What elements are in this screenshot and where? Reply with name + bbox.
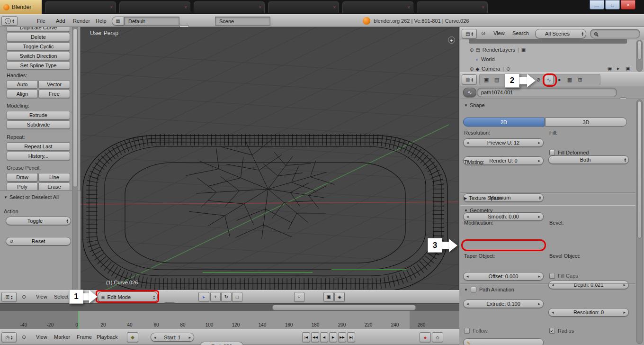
taper-object-dropdown[interactable]: ∿	[463, 338, 544, 345]
background-tab[interactable]: ×	[119, 1, 190, 13]
play-reverse-button[interactable]: ◀	[320, 332, 328, 342]
preview-range-button[interactable]: ◆	[127, 332, 138, 342]
tab-object-data[interactable]: ∿	[544, 75, 554, 84]
properties-scrollbar-thumb[interactable]	[637, 101, 642, 238]
checkbox-icon[interactable]	[549, 150, 555, 155]
tab-physics[interactable]: ⊞	[575, 75, 585, 84]
manipulator-rotate-button[interactable]: ↻	[221, 292, 232, 302]
outliner-row-camera[interactable]: ⊕ ◆ Camera | ⊙	[470, 64, 631, 72]
frame-end-field[interactable]: End: 250	[200, 342, 243, 345]
follow-checkbox[interactable]: Follow	[464, 328, 488, 334]
outliner-menu-search[interactable]: Search	[512, 30, 529, 36]
background-tab[interactable]: ×	[268, 1, 339, 13]
snap-magnet-button[interactable]: ∩	[294, 292, 304, 302]
expand-icon[interactable]: ⊕	[470, 66, 474, 72]
bevel-depth-field[interactable]: Depth: 0.021	[548, 281, 629, 289]
editor-type-info-button[interactable]	[1, 16, 18, 26]
select-deselect-panel-header[interactable]: ▼Select or Deselect All	[4, 194, 59, 200]
tab-close-icon[interactable]: ×	[407, 5, 410, 10]
properties-scrollbar[interactable]	[636, 100, 643, 344]
action-dropdown[interactable]: Toggle	[6, 217, 71, 225]
renderable-camera-icon[interactable]: ▣	[626, 65, 630, 72]
tab-close-icon[interactable]: ×	[110, 5, 113, 10]
checkbox-icon[interactable]	[549, 273, 555, 279]
opengl-render-anim-button[interactable]: ◈	[334, 292, 345, 302]
tool-switch-direction-button[interactable]: Switch Direction	[7, 52, 70, 60]
background-tab[interactable]: ×	[342, 1, 413, 13]
outliner-selected-row-partial[interactable]	[469, 39, 627, 44]
mode-dropdown[interactable]: ▣ Edit Mode	[98, 291, 158, 302]
shape-3d-button[interactable]: 3D	[545, 118, 627, 127]
handle-vector-button[interactable]: Vector	[38, 80, 70, 89]
manipulator-translate-button[interactable]: +	[210, 292, 221, 302]
curve-data-browse-button[interactable]: ∿	[463, 88, 476, 97]
tab-render-layers[interactable]: ▤	[492, 75, 501, 84]
region-expand-icon[interactable]: +	[448, 36, 455, 44]
handle-align-button[interactable]: Align	[7, 90, 38, 98]
tab-render[interactable]: ▣	[482, 75, 491, 84]
background-tab[interactable]: ×	[194, 1, 265, 13]
checkbox-icon[interactable]	[464, 328, 470, 334]
scene-name-field[interactable]: Scene	[215, 17, 270, 26]
jump-to-start-button[interactable]: |◀	[302, 332, 310, 342]
outliner-item-label[interactable]: World	[481, 56, 495, 62]
editor-type-outliner-button[interactable]: ▤	[462, 29, 477, 38]
screen-layout-name-field[interactable]: Default	[124, 17, 179, 26]
play-button[interactable]: ▶	[329, 332, 337, 342]
selectable-arrow-icon[interactable]: ▸	[617, 65, 620, 72]
shape-panel-header[interactable]: ▼Shape	[464, 102, 485, 108]
reset-button[interactable]: ↺Reset	[6, 237, 71, 245]
active-app-tab[interactable]: Blender	[0, 0, 42, 14]
prev-keyframe-button[interactable]: ◀◀	[311, 332, 319, 342]
tab-close-icon[interactable]: ×	[333, 5, 336, 10]
menu-render[interactable]: Render	[73, 18, 90, 24]
handle-auto-button[interactable]: Auto	[7, 80, 38, 89]
expand-icon[interactable]: ⊕	[470, 47, 474, 53]
handle-free-button[interactable]: Free	[38, 90, 70, 98]
outliner-search-field[interactable]	[590, 29, 640, 38]
tab-texture[interactable]: ▦	[565, 75, 574, 84]
outliner-item-label[interactable]: RenderLayers	[483, 47, 515, 53]
opengl-render-button[interactable]: ▣	[323, 292, 334, 302]
collapse-menus-icon[interactable]: ⊙	[22, 334, 26, 340]
timeline-menu-playback[interactable]: Playback	[97, 334, 118, 340]
collapse-menus-icon[interactable]: ⊙	[481, 30, 485, 36]
checkbox-checked-icon[interactable]	[549, 328, 555, 334]
outliner-item-label[interactable]: Camera	[482, 66, 500, 72]
tool-extrude-button[interactable]: Extrude	[7, 111, 70, 119]
frame-start-field[interactable]: Start: 1	[151, 333, 194, 342]
fill-deformed-checkbox[interactable]: Fill Deformed	[549, 150, 589, 155]
editor-type-properties-button[interactable]: ▥	[462, 74, 477, 84]
fill-caps-checkbox[interactable]: Fill Caps	[549, 273, 578, 279]
minimize-button[interactable]: —	[590, 0, 604, 9]
preview-u-field[interactable]: Preview U: 12	[463, 138, 544, 147]
tool-delete-button[interactable]: Delete	[7, 33, 70, 41]
radius-checkbox[interactable]: Radius	[549, 328, 574, 334]
background-tab[interactable]: ×	[45, 1, 116, 13]
tool-history-button[interactable]: History...	[7, 152, 70, 160]
path-animation-panel-header[interactable]: ▼Path Animation	[464, 287, 514, 292]
tab-material[interactable]: ●	[555, 75, 564, 84]
outliner-menu-view[interactable]: View	[493, 30, 505, 36]
tool-toggle-cyclic-button[interactable]: Toggle Cyclic	[7, 42, 70, 51]
shape-2d-button[interactable]: 2D	[463, 118, 545, 127]
timeline-hscrollbar[interactable]	[272, 305, 416, 310]
tool-repeat-last-button[interactable]: Repeat Last	[7, 142, 70, 151]
visibility-eye-icon[interactable]: ◉	[608, 65, 612, 72]
editor-type-3dview-button[interactable]: ⊞	[1, 292, 17, 302]
manipulator-scale-button[interactable]: □	[232, 292, 242, 302]
tool-set-spline-type-button[interactable]: Set Spline Type	[7, 61, 70, 70]
timeline-ruler[interactable]: -40-200204060801001201401601802002202402…	[0, 311, 459, 329]
collapse-menus-icon[interactable]: ⊙	[22, 294, 26, 300]
tool-duplicate-curve-button[interactable]: Duplicate Curve	[7, 27, 70, 32]
current-frame-line[interactable]	[78, 311, 79, 329]
screen-layout-browse-button[interactable]: ▦	[112, 17, 124, 26]
maximize-button[interactable]: □	[605, 0, 620, 9]
fill-mode-dropdown[interactable]: Both	[548, 155, 629, 164]
viewport-3d[interactable]: User Persp (1) Curve.026 + Duplicate Cur…	[0, 27, 459, 290]
toolshelf-scrollbar[interactable]	[72, 27, 78, 290]
menu-file[interactable]: File	[37, 18, 45, 24]
outliner-scrollbar-thumb[interactable]	[637, 41, 642, 60]
viewport-menu-view[interactable]: View	[36, 294, 47, 300]
editor-type-timeline-button[interactable]: ◷	[1, 332, 17, 342]
